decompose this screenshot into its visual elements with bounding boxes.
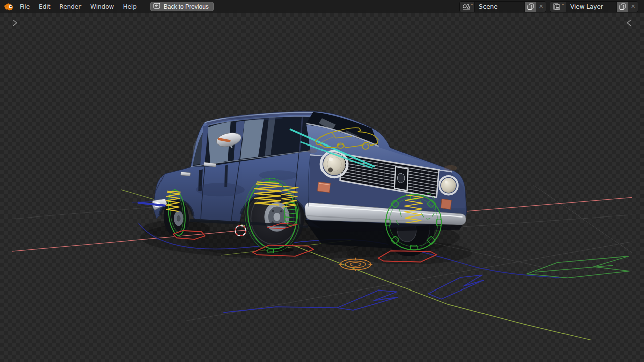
blue-arrow-control-left — [223, 290, 398, 312]
ground-arrow-controls[interactable] — [223, 256, 629, 313]
menu-render[interactable]: Render — [55, 0, 86, 13]
scene-browse-button[interactable]: ˅ — [460, 2, 475, 12]
viewport-scene — [0, 13, 644, 362]
expand-right-panel-chevron-icon[interactable] — [627, 20, 631, 26]
new-view-layer-button[interactable] — [616, 2, 628, 12]
menu-window[interactable]: Window — [86, 0, 118, 13]
back-button-label: Back to Previous — [164, 3, 209, 10]
menu-edit[interactable]: Edit — [34, 0, 55, 13]
new-scene-button[interactable] — [524, 2, 536, 12]
expand-left-panel-chevron-icon[interactable] — [13, 20, 17, 26]
blue-arrow-control-right — [428, 275, 484, 299]
scene-selector: ˅ Scene ✕ — [459, 1, 546, 12]
scene-icon — [462, 3, 470, 10]
view-layer-dropdown-chevron-icon: ˅ — [561, 5, 564, 9]
scene-name-field[interactable]: Scene — [475, 2, 524, 12]
unlink-scene-button[interactable]: ✕ — [536, 2, 546, 12]
menu-bar: File Edit Render Window Help — [15, 0, 141, 13]
blender-logo-icon[interactable] — [2, 0, 15, 13]
remove-view-layer-button[interactable]: ✕ — [628, 2, 638, 12]
view-layer-selector: ˅ View Layer ✕ — [550, 1, 638, 12]
duplicate-pages-icon — [527, 3, 534, 10]
headlight-right — [439, 176, 458, 195]
view-layer-name-field[interactable]: View Layer — [566, 2, 616, 12]
menu-file[interactable]: File — [15, 0, 34, 13]
turn-signal-right — [441, 199, 451, 209]
view-layer-icon — [553, 3, 561, 10]
duplicate-pages-icon — [619, 3, 626, 10]
topbar: File Edit Render Window Help Back to Pre… — [0, 0, 644, 13]
scene-dropdown-chevron-icon: ˅ — [470, 5, 473, 9]
back-to-previous-button[interactable]: Back to Previous — [150, 2, 214, 11]
3d-viewport[interactable] — [0, 13, 644, 362]
view-layer-browse-button[interactable]: ˅ — [550, 2, 566, 12]
back-arrow-icon — [153, 3, 160, 10]
menu-help[interactable]: Help — [118, 0, 141, 13]
